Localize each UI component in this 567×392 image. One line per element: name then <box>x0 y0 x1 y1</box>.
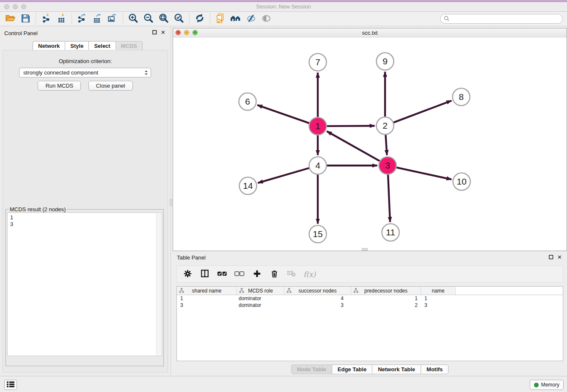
hide-selected-button[interactable] <box>243 13 259 25</box>
deselect-all-icon <box>234 271 245 278</box>
window-title: Session: New Session <box>0 2 567 11</box>
graph-edge-2-3[interactable] <box>385 135 387 155</box>
titlebar: Session: New Session <box>0 0 567 12</box>
new-network-from-selection-icon <box>216 14 225 25</box>
table-cell: 2 <box>351 302 421 308</box>
horizontal-splitter-handle[interactable] <box>362 248 368 251</box>
function-builder-button[interactable]: f(x) <box>303 270 316 279</box>
delete-row-icon <box>271 270 278 279</box>
zoom-out-icon <box>143 13 154 25</box>
zoom-in-icon <box>128 13 138 25</box>
graph-edge-3-11[interactable] <box>388 175 390 222</box>
column-header-mcds-role[interactable]: MCDS role <box>237 287 284 295</box>
mcds-panel: Optimization criterion: strongly connect… <box>3 50 168 373</box>
memory-label: Memory <box>541 382 559 388</box>
graph-edge-3-10[interactable] <box>396 168 451 179</box>
export-image-button[interactable] <box>105 13 120 25</box>
new-network-from-selection-button[interactable] <box>213 13 228 25</box>
float-icon[interactable] <box>549 255 553 259</box>
optimization-select[interactable]: strongly connected component <box>19 68 151 77</box>
network-minimize-button[interactable]: − <box>184 30 189 35</box>
network-canvas[interactable]: 7968124314101511 <box>173 38 567 251</box>
first-neighbors-icon <box>230 14 241 24</box>
close-icon[interactable]: ✕ <box>161 30 165 35</box>
table-settings-icon <box>184 270 192 279</box>
select-stepper-icon <box>143 69 149 77</box>
memory-button[interactable]: Memory <box>530 380 564 390</box>
control-panel: Control Panel ✕ NetworkStyleSelectMCDS O… <box>0 26 171 376</box>
search-box[interactable] <box>440 14 563 24</box>
network-close-button[interactable]: ✕ <box>176 30 181 35</box>
zoom-in-button[interactable] <box>126 13 141 25</box>
column-label: MCDS role <box>248 288 273 294</box>
table-tabs: Node TableEdge TableNetwork TableMotifs <box>173 364 567 374</box>
zoom-fit-button[interactable] <box>156 13 171 25</box>
import-network-icon <box>41 14 51 25</box>
search-icon <box>444 16 449 22</box>
first-neighbors-button[interactable] <box>228 13 243 25</box>
column-label: successor nodes <box>298 288 336 294</box>
tab-style[interactable]: Style <box>65 41 89 51</box>
tab-node-table[interactable]: Node Table <box>291 364 332 374</box>
network-maximize-button[interactable]: + <box>193 30 198 35</box>
tab-network-table[interactable]: Network Table <box>372 364 421 374</box>
vertical-splitter-handle[interactable] <box>170 199 172 206</box>
import-table-icon <box>57 14 66 25</box>
column-header-shared-name[interactable]: shared name <box>177 287 237 295</box>
graph-node-label: 7 <box>315 57 320 67</box>
column-header-name[interactable]: name <box>421 287 456 295</box>
add-row-button[interactable] <box>251 270 262 279</box>
deselect-all-button[interactable] <box>234 271 245 278</box>
save-session-button[interactable] <box>18 13 33 25</box>
table-cell: 1 <box>421 295 456 301</box>
graph-node-label: 3 <box>385 160 390 170</box>
hide-selected-icon <box>246 14 256 24</box>
show-hidden-button[interactable] <box>259 13 274 25</box>
open-session-button[interactable] <box>3 13 18 25</box>
float-icon[interactable] <box>152 30 157 35</box>
tab-edge-table[interactable]: Edge Table <box>332 364 372 374</box>
graph[interactable]: 7968124314101511 <box>173 38 567 251</box>
select-all-button[interactable] <box>217 271 228 278</box>
tab-mcds[interactable]: MCDS <box>116 41 143 51</box>
table-row[interactable]: 3dominator323 <box>177 302 563 309</box>
zoom-out-button[interactable] <box>141 13 156 25</box>
tab-motifs[interactable]: Motifs <box>421 364 449 374</box>
delete-table-button[interactable] <box>286 270 297 278</box>
column-header-successor-nodes[interactable]: successor nodes <box>284 287 351 295</box>
apply-layout-icon <box>195 13 205 25</box>
import-network-button[interactable] <box>39 13 54 25</box>
table-settings-button[interactable] <box>182 270 193 279</box>
mcds-result-box[interactable]: 13 <box>7 213 162 356</box>
network-window-titlebar[interactable]: ✕ − + scc.txt <box>173 28 567 38</box>
select-all-icon <box>217 271 227 278</box>
table-row[interactable]: 1dominator411 <box>177 295 563 302</box>
split-view-button[interactable] <box>199 269 210 279</box>
export-table-button[interactable] <box>90 13 105 25</box>
task-history-button[interactable] <box>4 380 17 390</box>
graph-edge-1-2[interactable] <box>327 126 375 126</box>
zoom-selected-button[interactable] <box>171 13 187 25</box>
memory-status-icon <box>534 383 539 387</box>
graph-edge-3-1[interactable] <box>327 131 380 161</box>
toolbar-separator <box>210 14 210 25</box>
table-panel-title: Table Panel <box>177 254 206 261</box>
graph-edge-4-14[interactable] <box>258 168 309 183</box>
result-scrollbar[interactable] <box>156 213 161 355</box>
graph-edge-1-6[interactable] <box>257 105 309 123</box>
column-header-predecessor-nodes[interactable]: predecessor nodes <box>351 287 421 295</box>
close-icon[interactable]: ✕ <box>557 254 562 260</box>
export-network-button[interactable] <box>74 13 90 25</box>
close-panel-button[interactable]: Close panel <box>88 81 133 91</box>
tab-select[interactable]: Select <box>88 41 116 51</box>
table-cell: 3 <box>421 302 456 308</box>
graph-edge-2-8[interactable] <box>394 101 451 123</box>
apply-layout-button[interactable] <box>192 13 207 25</box>
mcds-result-title: MCDS result (2 nodes) <box>8 206 67 213</box>
delete-row-button[interactable] <box>269 270 280 279</box>
import-table-button[interactable] <box>54 13 69 25</box>
search-input[interactable] <box>451 15 559 22</box>
run-mcds-button[interactable]: Run MCDS <box>38 81 81 91</box>
graph-node-label: 6 <box>245 97 250 106</box>
tab-network[interactable]: Network <box>33 41 65 51</box>
